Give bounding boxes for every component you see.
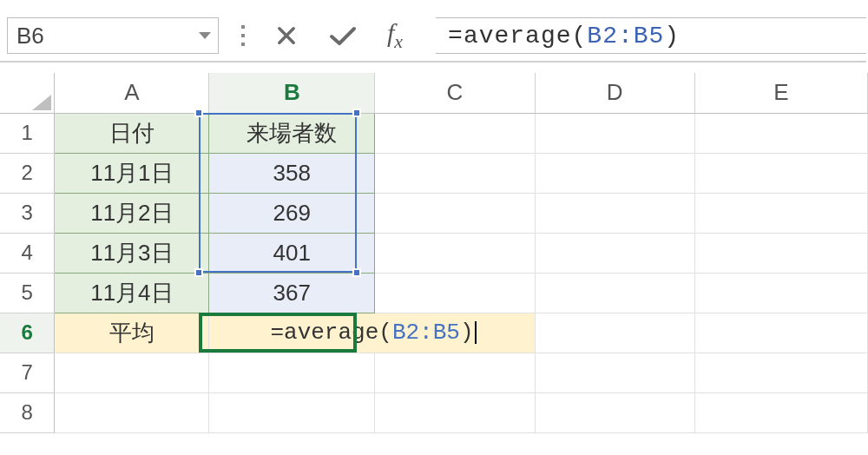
cell-D6[interactable] (535, 313, 694, 353)
row-5: 5 11月4日 367 (0, 273, 868, 313)
cell-D3[interactable] (535, 193, 694, 233)
cell-E3[interactable] (694, 193, 867, 233)
grid-table: A B C D E 1 日付 来場者数 2 11月1日 358 (0, 73, 868, 433)
row-header-6[interactable]: 6 (0, 313, 55, 353)
formula-bar-buttons: fx (267, 18, 410, 53)
cell-D4[interactable] (535, 233, 694, 273)
cell-B6-prefix: =average( (270, 320, 391, 346)
row-header-3[interactable]: 3 (0, 193, 55, 233)
cell-A1[interactable]: 日付 (55, 113, 209, 153)
cell-C5[interactable] (375, 273, 535, 313)
cell-E2[interactable] (694, 153, 867, 193)
cell-A4[interactable]: 11月3日 (55, 233, 209, 273)
col-header-C[interactable]: C (375, 73, 535, 113)
fx-icon[interactable]: fx (387, 18, 403, 53)
formula-bar: B6 fx =average(B2:B5) (0, 10, 866, 63)
formula-range-ref: B2:B5 (587, 23, 664, 49)
row-header-1[interactable]: 1 (0, 113, 55, 153)
row-3: 3 11月2日 269 (0, 193, 868, 233)
cell-D7[interactable] (535, 353, 694, 392)
name-box[interactable]: B6 (7, 17, 219, 54)
cell-E1[interactable] (694, 113, 867, 153)
cell-B8[interactable] (209, 392, 375, 432)
row-header-2[interactable]: 2 (0, 153, 55, 193)
cell-C1[interactable] (375, 113, 535, 153)
formula-text-suffix: ) (664, 23, 680, 49)
column-header-row: A B C D E (0, 73, 868, 113)
cell-E5[interactable] (694, 273, 867, 313)
col-header-D[interactable]: D (535, 73, 694, 113)
col-header-E[interactable]: E (694, 73, 867, 113)
cell-C4[interactable] (375, 233, 535, 273)
formula-text-prefix: =average( (448, 23, 587, 49)
enter-button[interactable] (328, 23, 358, 48)
text-caret (475, 321, 477, 344)
cell-A3[interactable]: 11月2日 (55, 193, 209, 233)
cell-D1[interactable] (535, 113, 694, 153)
cell-B2[interactable]: 358 (209, 153, 375, 193)
cell-B1[interactable]: 来場者数 (209, 113, 375, 153)
cell-A6[interactable]: 平均 (55, 313, 209, 353)
cell-D5[interactable] (535, 273, 694, 313)
cell-C2[interactable] (375, 153, 535, 193)
select-all-corner[interactable] (0, 73, 55, 113)
cell-B7[interactable] (209, 353, 375, 392)
cell-E6[interactable] (694, 313, 867, 353)
cell-E4[interactable] (694, 233, 867, 273)
range-handle-bl[interactable] (194, 268, 203, 277)
formula-bar-separator (219, 25, 267, 46)
name-box-value: B6 (16, 23, 44, 49)
cell-B6-ref: B2:B5 (392, 320, 460, 346)
row-header-8[interactable]: 8 (0, 392, 55, 432)
row-1: 1 日付 来場者数 (0, 113, 868, 153)
cell-B6[interactable]: =average(B2:B5) (209, 313, 535, 353)
col-header-A[interactable]: A (55, 73, 209, 113)
row-6: 6 平均 =average(B2:B5) (0, 313, 868, 353)
cell-E8[interactable] (694, 392, 867, 432)
cell-B3[interactable]: 269 (209, 193, 375, 233)
cell-D8[interactable] (535, 392, 694, 432)
cell-C3[interactable] (375, 193, 535, 233)
col-header-B[interactable]: B (209, 73, 375, 113)
name-box-dropdown-icon[interactable] (199, 32, 211, 39)
cell-A5[interactable]: 11月4日 (55, 273, 209, 313)
cell-C8[interactable] (375, 392, 535, 432)
cell-E7[interactable] (694, 353, 867, 392)
row-4: 4 11月3日 401 (0, 233, 868, 273)
row-header-4[interactable]: 4 (0, 233, 55, 273)
cell-B4[interactable]: 401 (209, 233, 375, 273)
row-7: 7 (0, 353, 868, 392)
spreadsheet-grid: A B C D E 1 日付 来場者数 2 11月1日 358 (0, 73, 868, 433)
range-handle-tr[interactable] (352, 109, 361, 117)
row-header-5[interactable]: 5 (0, 273, 55, 313)
cell-D2[interactable] (535, 153, 694, 193)
cell-B6-suffix: ) (460, 320, 474, 346)
cell-B5[interactable]: 367 (209, 273, 375, 313)
row-8: 8 (0, 392, 868, 432)
formula-input[interactable]: =average(B2:B5) (436, 17, 866, 54)
cell-A8[interactable] (55, 392, 209, 432)
range-handle-tl[interactable] (194, 109, 203, 117)
cell-A7[interactable] (55, 353, 209, 392)
cell-C7[interactable] (375, 353, 535, 392)
range-handle-br[interactable] (352, 268, 361, 277)
cell-A2[interactable]: 11月1日 (55, 153, 209, 193)
row-2: 2 11月1日 358 (0, 153, 868, 193)
row-header-7[interactable]: 7 (0, 353, 55, 392)
cancel-button[interactable] (274, 23, 299, 48)
dots-icon (241, 25, 245, 46)
